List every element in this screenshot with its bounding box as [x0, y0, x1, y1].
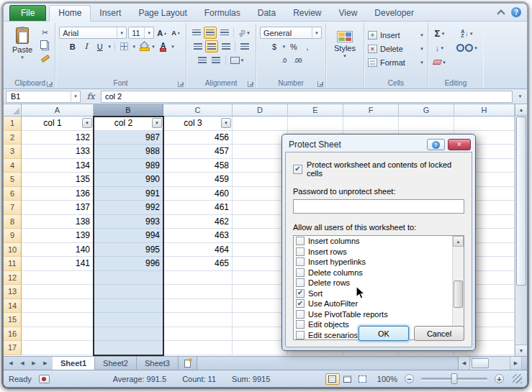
cell-D9[interactable] — [233, 229, 288, 243]
cell-D15[interactable] — [233, 313, 288, 327]
wrap-text-button[interactable] — [238, 40, 251, 53]
allow-option-insert-rows[interactable]: ✔Insert rows — [294, 247, 451, 257]
underline-dropdown-icon[interactable]: ▼ — [107, 45, 112, 49]
vertical-scrollbar-thumb[interactable] — [516, 117, 526, 286]
protect-contents-row[interactable]: ✔ Protect worksheet and contents of lock… — [293, 160, 464, 178]
zoom-in-button[interactable]: + — [495, 374, 504, 383]
column-header-G[interactable]: G — [399, 104, 454, 117]
copy-button[interactable] — [39, 40, 51, 52]
row-header-14[interactable]: 14 — [4, 299, 22, 314]
filter-button-A[interactable]: ▼ — [82, 118, 92, 128]
ribbon-tab-view[interactable]: View — [330, 6, 366, 21]
cell-B12[interactable] — [94, 271, 163, 286]
row-header-4[interactable]: 4 — [4, 159, 22, 173]
dialog-close-button[interactable]: ✕ — [448, 139, 471, 150]
zoom-slider-thumb[interactable] — [451, 373, 458, 384]
checkbox-insert-rows[interactable]: ✔ — [296, 247, 305, 256]
cell-D11[interactable] — [233, 257, 288, 271]
allow-option-sort[interactable]: ✔Sort — [294, 288, 451, 299]
alignment-dialog-launcher-icon[interactable] — [248, 81, 253, 87]
cell-B14[interactable] — [94, 299, 163, 314]
cell-A13[interactable] — [22, 285, 94, 299]
row-header-12[interactable]: 12 — [4, 271, 22, 286]
row-header-9[interactable]: 9 — [4, 229, 22, 243]
scroll-right-icon[interactable]: ▶ — [510, 357, 522, 370]
cell-A15[interactable] — [22, 313, 94, 327]
cell-B4[interactable]: 989 — [94, 159, 163, 173]
row-header-17[interactable]: 17 — [4, 341, 22, 355]
merge-center-button[interactable]: ▼ — [229, 54, 246, 66]
font-color-button[interactable]: A — [157, 40, 169, 53]
ribbon-tab-formulas[interactable]: Formulas — [196, 6, 249, 21]
row-header-7[interactable]: 7 — [4, 201, 22, 215]
cell-C17[interactable] — [163, 341, 233, 355]
checkbox-edit-objects[interactable]: ✔ — [296, 320, 305, 329]
row-header-2[interactable]: 2 — [4, 131, 22, 145]
cell-B7[interactable]: 992 — [94, 201, 163, 215]
cell-B2[interactable]: 987 — [94, 131, 163, 145]
cell-A17[interactable] — [22, 341, 94, 355]
row-header-6[interactable]: 6 — [4, 187, 22, 201]
column-header-A[interactable]: A — [22, 104, 94, 117]
cell-C3[interactable]: 457 — [163, 145, 233, 159]
sort-filter-button[interactable]: AZ↓▼ — [455, 27, 479, 40]
help-icon[interactable]: ? — [511, 7, 521, 17]
select-all-button[interactable] — [4, 104, 22, 117]
cell-B9[interactable]: 994 — [94, 229, 163, 243]
row-header-5[interactable]: 5 — [4, 173, 22, 187]
listbox-scroll-up-icon[interactable]: ▲ — [453, 236, 464, 247]
checkbox-delete-columns[interactable]: ✔ — [296, 268, 305, 277]
row-header-11[interactable]: 11 — [4, 257, 22, 271]
borders-button[interactable] — [118, 40, 130, 53]
insert-function-icon[interactable]: fx — [84, 91, 98, 101]
checkbox-insert-hyperlinks[interactable]: ✔ — [296, 257, 305, 266]
cell-B15[interactable] — [94, 313, 163, 327]
dialog-title-bar[interactable]: Protect Sheet ? ✕ — [285, 137, 472, 152]
protect-contents-checkbox[interactable]: ✔ — [293, 165, 302, 174]
cut-button[interactable]: ✂ — [39, 27, 51, 39]
italic-button[interactable]: I — [80, 40, 92, 53]
ok-button[interactable]: OK — [359, 326, 409, 341]
cell-B17[interactable] — [94, 341, 163, 355]
cell-D13[interactable] — [233, 285, 288, 299]
cell-C9[interactable]: 463 — [163, 229, 233, 243]
cell-D14[interactable] — [233, 299, 288, 314]
align-left-button[interactable] — [191, 40, 204, 53]
resize-grip[interactable] — [513, 374, 522, 383]
grow-font-button[interactable]: A▲ — [155, 27, 168, 39]
ribbon-tab-file[interactable]: File — [9, 5, 46, 21]
page-break-view-button[interactable] — [356, 373, 370, 385]
clipboard-dialog-launcher-icon[interactable] — [47, 81, 53, 87]
cell-C16[interactable] — [163, 327, 233, 342]
cell-C15[interactable] — [163, 313, 233, 327]
row-header-3[interactable]: 3 — [4, 145, 22, 159]
cells-insert-button[interactable]: Insert▼ — [368, 28, 424, 42]
find-select-button[interactable]: ▼ — [455, 42, 479, 54]
font-color-dropdown-icon[interactable]: ▼ — [171, 45, 175, 49]
cell-A12[interactable] — [22, 271, 94, 286]
filter-button-B[interactable]: ▼ — [152, 118, 162, 128]
underline-button[interactable]: U — [94, 40, 106, 53]
next-sheet-icon[interactable]: ▶ — [29, 358, 39, 368]
cell-B5[interactable]: 990 — [94, 173, 163, 187]
cell-D2[interactable] — [233, 131, 288, 145]
cell-D8[interactable] — [233, 215, 288, 229]
cell-C10[interactable]: 464 — [163, 243, 233, 257]
cell-B3[interactable]: 988 — [94, 145, 163, 159]
cell-A2[interactable]: 132 — [22, 131, 94, 145]
cell-D3[interactable] — [233, 145, 288, 159]
cells-format-button[interactable]: Format▼ — [368, 55, 424, 69]
cell-G1[interactable] — [399, 117, 454, 131]
cell-C7[interactable]: 461 — [163, 201, 233, 215]
font-size-select[interactable]: 11 ▼ — [128, 27, 154, 39]
clear-button[interactable]: ▼ — [432, 56, 448, 68]
fill-color-dropdown-icon[interactable]: ▼ — [151, 45, 155, 49]
cell-B6[interactable]: 991 — [94, 187, 163, 201]
column-header-H[interactable]: H — [454, 104, 515, 117]
align-right-button[interactable] — [220, 40, 232, 53]
checkbox-edit-scenarios[interactable]: ✔ — [296, 331, 305, 339]
row-header-10[interactable]: 10 — [4, 243, 22, 257]
horizontal-scrollbar[interactable]: ◀ ▶ — [458, 357, 527, 370]
cell-A14[interactable] — [22, 299, 94, 314]
allow-option-delete-rows[interactable]: ✔Delete rows — [294, 278, 451, 288]
